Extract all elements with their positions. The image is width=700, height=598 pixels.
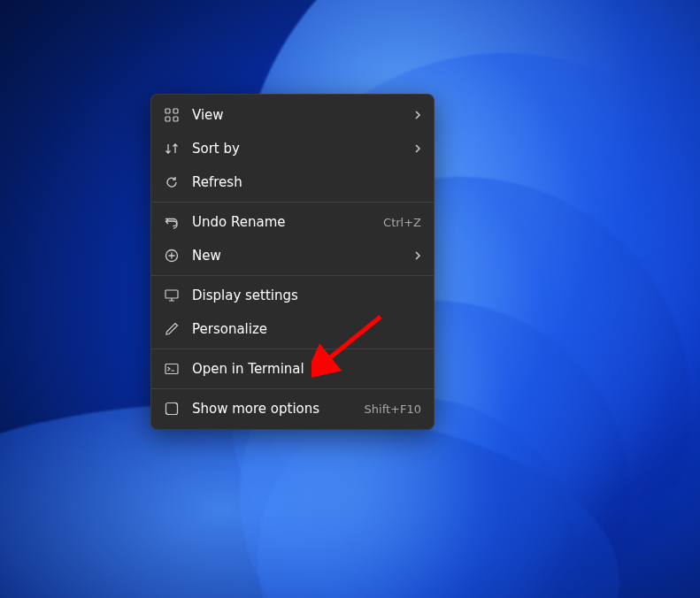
menu-item-show-more-options[interactable]: Show more options Shift+F10 bbox=[151, 392, 434, 426]
svg-rect-5 bbox=[165, 290, 178, 298]
menu-item-personalize[interactable]: Personalize bbox=[151, 312, 434, 346]
undo-icon bbox=[164, 214, 180, 230]
chevron-right-icon bbox=[414, 110, 421, 120]
menu-label: View bbox=[192, 107, 407, 123]
menu-shortcut: Shift+F10 bbox=[365, 402, 421, 416]
svg-rect-0 bbox=[165, 109, 170, 113]
chevron-right-icon bbox=[414, 143, 421, 154]
more-options-icon bbox=[164, 401, 180, 417]
new-icon bbox=[164, 248, 180, 264]
personalize-icon bbox=[164, 321, 180, 337]
refresh-icon bbox=[164, 174, 180, 190]
menu-label: Sort by bbox=[192, 141, 407, 157]
svg-rect-2 bbox=[165, 117, 170, 121]
desktop-context-menu: View Sort by Refresh bbox=[150, 94, 435, 430]
view-icon bbox=[164, 107, 180, 123]
menu-item-refresh[interactable]: Refresh bbox=[151, 165, 434, 199]
menu-item-display-settings[interactable]: Display settings bbox=[151, 279, 434, 312]
svg-rect-3 bbox=[173, 117, 178, 121]
menu-label: Undo Rename bbox=[192, 214, 376, 230]
menu-label: Personalize bbox=[192, 321, 421, 337]
chevron-right-icon bbox=[414, 250, 421, 261]
menu-item-sort-by[interactable]: Sort by bbox=[151, 132, 434, 165]
menu-item-new[interactable]: New bbox=[151, 239, 434, 272]
display-icon bbox=[164, 288, 180, 303]
menu-label: Refresh bbox=[192, 174, 421, 190]
sort-icon bbox=[164, 141, 180, 157]
menu-separator bbox=[151, 388, 434, 389]
menu-separator bbox=[151, 202, 434, 203]
menu-item-view[interactable]: View bbox=[151, 98, 434, 132]
terminal-icon bbox=[164, 361, 180, 377]
menu-label: New bbox=[192, 248, 407, 264]
menu-separator bbox=[151, 275, 434, 276]
svg-rect-1 bbox=[173, 109, 178, 113]
menu-item-open-in-terminal[interactable]: Open in Terminal bbox=[151, 352, 434, 386]
menu-label: Open in Terminal bbox=[192, 361, 421, 377]
menu-label: Display settings bbox=[192, 288, 421, 303]
menu-item-undo-rename[interactable]: Undo Rename Ctrl+Z bbox=[151, 205, 434, 239]
menu-label: Show more options bbox=[192, 401, 358, 417]
menu-shortcut: Ctrl+Z bbox=[383, 216, 421, 229]
menu-separator bbox=[151, 349, 434, 349]
svg-rect-6 bbox=[165, 364, 178, 374]
svg-rect-7 bbox=[166, 403, 178, 415]
